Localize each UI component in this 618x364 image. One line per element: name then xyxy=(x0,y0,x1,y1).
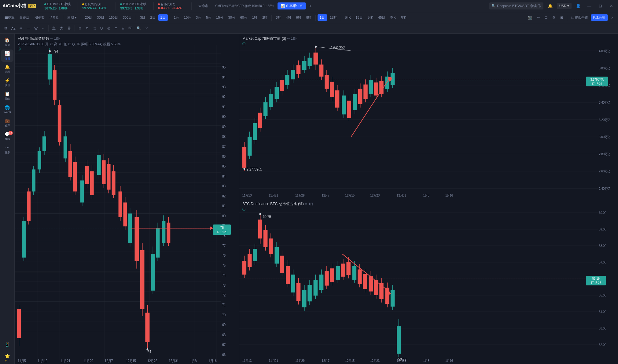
fib-tool[interactable]: ⌧ xyxy=(127,25,134,31)
tf-10m[interactable]: 10分 xyxy=(182,14,193,21)
show-btn[interactable]: 著 xyxy=(66,25,73,31)
sidebar-item-market[interactable]: 📈 行情 xyxy=(1,50,13,62)
svg-text:11月5: 11月5 xyxy=(18,359,26,363)
svg-text:67: 67 xyxy=(222,343,226,347)
window-minimize-button[interactable]: — xyxy=(585,2,594,10)
settings-button[interactable]: ⚙ xyxy=(550,15,557,20)
tf-2h[interactable]: 2时 xyxy=(260,14,270,21)
line-tool[interactable]: — xyxy=(25,26,32,31)
svg-text:72: 72 xyxy=(222,293,226,297)
tf-3m[interactable]: 3分 xyxy=(194,14,203,21)
indicator-button[interactable]: ☰指标 xyxy=(2,14,17,21)
svg-text:68: 68 xyxy=(222,333,226,337)
text-tool[interactable]: Aa xyxy=(9,26,17,31)
tab-add-button[interactable]: + xyxy=(307,2,314,10)
window-maximize-button[interactable]: ⊡ xyxy=(596,2,605,10)
user-button[interactable]: 👤 xyxy=(574,2,583,10)
btc-dominance-chart-panel[interactable]: BTC Dominance BTC 总市值占比 (%) ✏ 1日· ⓘ 3s xyxy=(239,199,618,364)
tf-12h[interactable]: 12时 xyxy=(328,14,339,21)
sidebar-item-assets[interactable]: 💼 资产 xyxy=(1,117,13,129)
large-btn[interactable]: 大 xyxy=(58,25,65,31)
erase-tool[interactable]: ⊘ xyxy=(84,25,90,31)
ticker-eth-usdt[interactable]: ETH/USDT永续 3675.25 1.08% xyxy=(41,2,78,10)
market-cap-chart-panel[interactable]: Market Cap 加密总市值 ($) ✏ 1日· ⓘ 3s xyxy=(239,34,618,199)
tf-20d[interactable]: 20日 xyxy=(83,14,94,21)
more-drawing[interactable]: ··· xyxy=(40,26,46,31)
fgi-chart-panel[interactable]: FGI 恐惧&贪婪指数 ✏ 1日· 2025-01-06 08:00 开 72 … xyxy=(15,34,239,364)
tf-1d-2[interactable]: 1日 xyxy=(318,14,327,21)
edit-button[interactable]: ✏ xyxy=(535,15,542,20)
tf-yeark[interactable]: 年K xyxy=(399,14,408,21)
multi-chart-button[interactable]: 图多套 xyxy=(32,14,47,21)
tab-unnamed[interactable]: 未命名 xyxy=(195,2,212,9)
tf-seasonk[interactable]: 季K xyxy=(388,14,398,21)
tab-altcoin[interactable]: 📊山寨币牛市 xyxy=(278,2,306,9)
tf-3h[interactable]: 3时 xyxy=(274,14,283,21)
circle-tool[interactable]: ◎ xyxy=(105,25,112,31)
tf-30m[interactable]: 30分 xyxy=(226,14,237,21)
ticker-btc-usdt[interactable]: BTC/USDT 99724.74 1.38% xyxy=(79,2,116,10)
period-button[interactable]: 周期 ▾ xyxy=(65,14,79,21)
tf-30d[interactable]: 30日 xyxy=(95,14,106,21)
main-btn[interactable]: 主 xyxy=(50,25,57,31)
svg-text:12月7: 12月7 xyxy=(105,359,113,363)
window-close-button[interactable]: ✕ xyxy=(607,2,616,10)
tf-1h[interactable]: 1时 xyxy=(250,14,259,21)
tf-1m[interactable]: 1分 xyxy=(172,14,181,21)
camera-button[interactable]: 📷 xyxy=(526,15,534,20)
cursor-tool[interactable]: ⊡ xyxy=(2,25,9,31)
pencil-tool[interactable]: ✏ xyxy=(18,25,24,31)
dot-circle-tool[interactable]: ⊙ xyxy=(113,25,119,31)
filter-tool[interactable]: 🔍 xyxy=(135,25,143,31)
ticker-eth-btc[interactable]: ETH/BTC 0.03685 -0.32% xyxy=(155,2,192,10)
grid-drawing-tool[interactable]: ⊞ xyxy=(77,25,83,31)
tf-4h[interactable]: 4时 xyxy=(284,14,293,21)
home-icon: 🏠 xyxy=(5,38,10,42)
currency-selector[interactable]: USD ▾ xyxy=(557,3,572,9)
grid-button[interactable]: ⊞ xyxy=(558,15,565,20)
ticker-btc-usdt-perp[interactable]: BTC/USDT永续 99726.3 1.38% xyxy=(117,2,154,10)
tf-weekk[interactable]: 周K xyxy=(343,14,353,21)
svg-text:17:15:26: 17:15:26 xyxy=(592,82,602,86)
vip-badge: VIP xyxy=(28,4,36,8)
sidebar-item-strategy[interactable]: 📋 策略 xyxy=(1,90,13,102)
svg-text:11月13: 11月13 xyxy=(242,359,252,363)
right-panel-name[interactable]: 山寨币牛市 xyxy=(569,14,590,21)
sidebar-item-home[interactable]: 🏠 首页 xyxy=(1,36,13,48)
search-icon: 🔍 xyxy=(491,4,496,8)
tf-3d[interactable]: 3日 xyxy=(138,14,147,21)
tf-5m[interactable]: 5分 xyxy=(204,14,213,21)
tf-15m[interactable]: 15分 xyxy=(214,14,225,21)
hex-tool[interactable]: ⬡ xyxy=(98,25,105,31)
tf-300d[interactable]: 300日 xyxy=(121,14,134,21)
sidebar-item-more[interactable]: ⋯ 更多 xyxy=(1,144,13,156)
tf-45d[interactable]: 45日 xyxy=(376,14,387,21)
share-button[interactable]: ⊳ xyxy=(609,15,616,20)
advanced-button[interactable]: 白高级 xyxy=(17,14,32,21)
rect-tool[interactable]: ⬚ xyxy=(91,25,97,31)
svg-text:12月15: 12月15 xyxy=(345,194,355,197)
tf-1d[interactable]: 1日 xyxy=(158,14,168,21)
tf-2d[interactable]: 2日 xyxy=(148,14,157,21)
svg-text:11月21: 11月21 xyxy=(61,359,70,363)
sidebar-item-mobile[interactable]: 📱 xyxy=(1,338,13,351)
tf-60m[interactable]: 60分 xyxy=(238,14,249,21)
tf-150d[interactable]: 150日 xyxy=(107,14,120,21)
sidebar-item-news[interactable]: ⚡ 快讯 xyxy=(1,76,13,89)
tf-15d[interactable]: 15日 xyxy=(354,14,365,21)
notifications-button[interactable]: 🔔 xyxy=(546,2,554,10)
sidebar-item-web3[interactable]: 🌐 Web3 xyxy=(1,103,13,116)
replay-button[interactable]: ↺复盘 xyxy=(47,14,61,21)
wave-tool[interactable]: W xyxy=(32,26,39,31)
sidebar-item-alert[interactable]: 🔔 提示 xyxy=(1,63,13,75)
kline-analysis-button[interactable]: K线分析 xyxy=(591,14,608,21)
tf-8h[interactable]: 8时 xyxy=(304,14,314,21)
sidebar-item-vip[interactable]: ⭐ VIP xyxy=(1,352,13,364)
search-box[interactable]: 🔍 Deepcoin BTC/USDT 永续 ⓘ xyxy=(489,2,543,9)
tf-6h[interactable]: 6时 xyxy=(294,14,303,21)
layout-button[interactable]: ⊡ xyxy=(543,15,550,20)
tab-cme[interactable]: CME比特币期货CFD-雅虎 100450.0 1.36% xyxy=(212,3,277,9)
triangle-tool[interactable]: △ xyxy=(120,25,126,31)
clear-tool[interactable]: ✕ xyxy=(143,25,150,31)
tf-monthk[interactable]: 月K xyxy=(366,14,375,21)
